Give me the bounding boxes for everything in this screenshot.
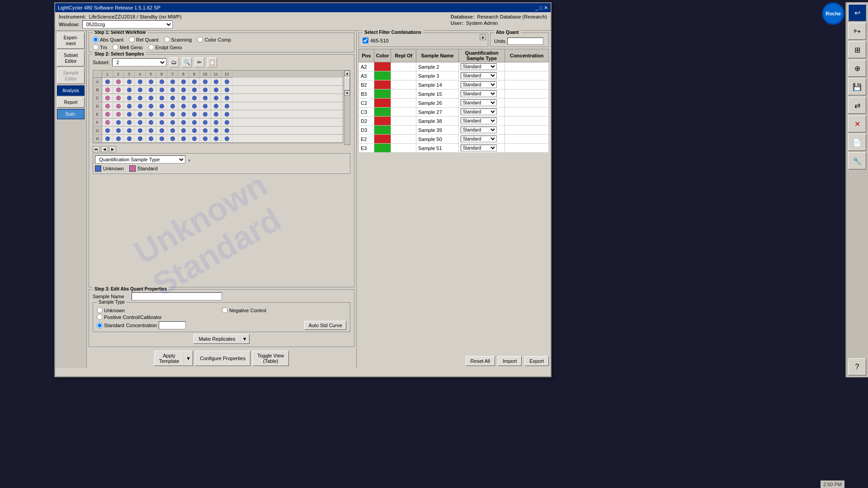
table-row[interactable]: B2 Sample 14 Standard Unknown	[359, 80, 549, 89]
col-sample-name[interactable]: Sample Name	[416, 49, 459, 62]
radio-color-comp[interactable]: Color Comp	[197, 37, 231, 42]
radio-standard-type[interactable]: Standard	[97, 323, 124, 328]
scroll-thumb[interactable]	[344, 77, 350, 90]
quant-type-select[interactable]: Standard Unknown	[461, 145, 497, 151]
radio-melt-geno[interactable]: Melt Geno	[113, 44, 143, 50]
table-row[interactable]: D3 Sample 39 Standard Unknown	[359, 126, 549, 135]
apply-template-btn[interactable]: ApplyTemplate	[154, 351, 184, 366]
quant-type-select[interactable]: Standard Unknown	[461, 108, 497, 115]
radio-scanning[interactable]: Scanning	[164, 37, 192, 42]
col-color[interactable]: Color	[374, 49, 391, 62]
nav-prev[interactable]: ◀	[101, 146, 108, 152]
grid-row-e[interactable]: E	[93, 110, 343, 118]
grid-row-d[interactable]: D	[93, 102, 343, 110]
window-select[interactable]: 0520zzg	[82, 20, 173, 28]
search-btn[interactable]: 🔍	[182, 57, 192, 67]
grid-row-h[interactable]: H	[93, 135, 343, 143]
quant-type-select[interactable]: Standard Unknown	[461, 136, 497, 142]
filter-465-510-checkbox[interactable]	[363, 38, 368, 43]
add-subset-btn[interactable]: 🗂	[169, 57, 179, 67]
table-row[interactable]: B3 Sample 15 Standard Unknown	[359, 89, 549, 99]
sidebar-document-btn[interactable]: 📄	[848, 134, 866, 151]
nav-experiment[interactable]: Experi-ment	[57, 33, 85, 49]
radio-unknown-type[interactable]: Unknown	[97, 307, 221, 313]
sidebar-layout-btn[interactable]: ⊞	[848, 41, 866, 58]
nav-sum[interactable]: Sum.	[57, 109, 85, 119]
radio-negative-control[interactable]: Negative Control	[222, 307, 346, 313]
cell-quant-type[interactable]: Standard Unknown	[458, 126, 505, 135]
sidebar-transfer-btn[interactable]: ⇄	[848, 97, 866, 114]
grid-row-a[interactable]: A	[93, 78, 343, 86]
make-replicates-arrow[interactable]: ▼	[240, 334, 250, 344]
quant-type-select[interactable]: Standard Unknown	[461, 81, 497, 88]
sidebar-save-btn[interactable]: 💾	[848, 78, 866, 95]
nav-next[interactable]: ▶	[109, 146, 116, 152]
table-row[interactable]: C3 Sample 27 Standard Unknown	[359, 108, 549, 117]
configure-properties-btn[interactable]: Configure Properties	[195, 351, 250, 366]
scroll-down[interactable]: ▼	[344, 90, 350, 96]
grid-row-b[interactable]: B	[93, 86, 343, 94]
cell-quant-type[interactable]: Standard Unknown	[458, 135, 505, 144]
col-quant-type[interactable]: QuantificationSample Type	[458, 49, 505, 62]
reset-all-btn[interactable]: Reset All	[466, 356, 495, 366]
cell-quant-type[interactable]: Standard Unknown	[458, 117, 505, 126]
cell-quant-type[interactable]: Standard Unknown	[458, 62, 505, 71]
nav-subset-editor[interactable]: SubsetEditor	[57, 50, 85, 66]
auto-std-curve-btn[interactable]: Auto Std Curve	[304, 321, 346, 330]
col-pos[interactable]: Pos	[359, 49, 374, 62]
nav-report[interactable]: Report	[57, 97, 85, 108]
cell-quant-type[interactable]: Standard Unknown	[458, 71, 505, 80]
nav-first[interactable]: ⏮	[93, 146, 100, 152]
sidebar-key-btn[interactable]: 🗝	[848, 23, 866, 40]
cell-quant-type[interactable]: Standard Unknown	[458, 144, 505, 153]
table-row[interactable]: E3 Sample 51 Standard Unknown	[359, 144, 549, 153]
nav-sample-editor[interactable]: SampleEditor	[57, 68, 85, 84]
copy-btn[interactable]: 📋	[207, 57, 217, 67]
grid-row-c[interactable]: C	[93, 94, 343, 102]
cell-quant-type[interactable]: Standard Unknown	[458, 99, 505, 108]
quant-type-select[interactable]: Standard Unknown	[461, 117, 497, 124]
table-row[interactable]: E2 Sample 50 Standard Unknown	[359, 135, 549, 144]
grid-scrollbar[interactable]: ▲ ▼	[344, 70, 350, 145]
toggle-view-btn[interactable]: Toggle View(Table)	[252, 351, 289, 366]
cell-quant-type[interactable]: Standard Unknown	[458, 89, 505, 99]
scroll-up[interactable]: ▲	[344, 70, 350, 76]
table-row[interactable]: A3 Sample 3 Standard Unknown	[359, 71, 549, 80]
table-row[interactable]: A2 Sample 2 Standard Unknown	[359, 62, 549, 71]
quant-type-select[interactable]: Standard Unknown	[461, 99, 497, 106]
units-input[interactable]	[507, 38, 543, 45]
radio-positive-control[interactable]: Positive Control/Calibrator	[97, 314, 221, 320]
concentration-input[interactable]	[159, 321, 186, 329]
quant-type-select[interactable]: Standard Unknown	[461, 90, 497, 97]
legend-select[interactable]: Quantification Sample Type	[95, 155, 185, 164]
col-repl-of[interactable]: Repl Of	[391, 49, 416, 62]
export-btn[interactable]: Export	[524, 356, 549, 366]
quant-type-select[interactable]: Standard Unknown	[461, 72, 497, 79]
radio-tm[interactable]: Tm	[93, 44, 107, 50]
subset-select[interactable]: 2	[112, 58, 166, 66]
grid-row-g[interactable]: G	[93, 127, 343, 135]
table-row[interactable]: D2 Sample 38 Standard Unknown	[359, 117, 549, 126]
sidebar-tools-btn[interactable]: 🔧	[848, 152, 866, 169]
sample-name-input[interactable]	[132, 292, 222, 300]
edit-btn[interactable]: ✏	[194, 57, 204, 67]
sidebar-close-btn[interactable]: ✕	[848, 115, 866, 132]
make-replicates-btn[interactable]: Make Replicates	[193, 334, 240, 344]
quant-type-select[interactable]: Standard Unknown	[461, 63, 497, 70]
filter-scroll-up[interactable]: ▲	[480, 34, 486, 40]
apply-template-arrow[interactable]: ▼	[184, 351, 193, 366]
radio-rel-quant[interactable]: Rel Quant	[129, 37, 159, 42]
grid-row-f[interactable]: F	[93, 118, 343, 127]
cell-quant-type[interactable]: Standard Unknown	[458, 108, 505, 117]
col-concentration[interactable]: Concentration	[505, 49, 549, 62]
table-row[interactable]: C2 Sample 26 Standard Unknown	[359, 99, 549, 108]
sidebar-compass-btn[interactable]: ⊕	[848, 60, 866, 77]
nav-analysis[interactable]: Analysis	[57, 85, 85, 96]
cell-quant-type[interactable]: Standard Unknown	[458, 80, 505, 89]
import-btn[interactable]: Import	[498, 356, 522, 366]
quant-type-select[interactable]: Standard Unknown	[461, 127, 497, 133]
sidebar-login-btn[interactable]: ↩	[848, 4, 866, 21]
radio-endpt-geno[interactable]: Endpt Geno	[148, 44, 182, 50]
radio-abs-quant[interactable]: Abs Quant	[93, 37, 123, 42]
sidebar-help-btn[interactable]: ?	[848, 358, 866, 375]
